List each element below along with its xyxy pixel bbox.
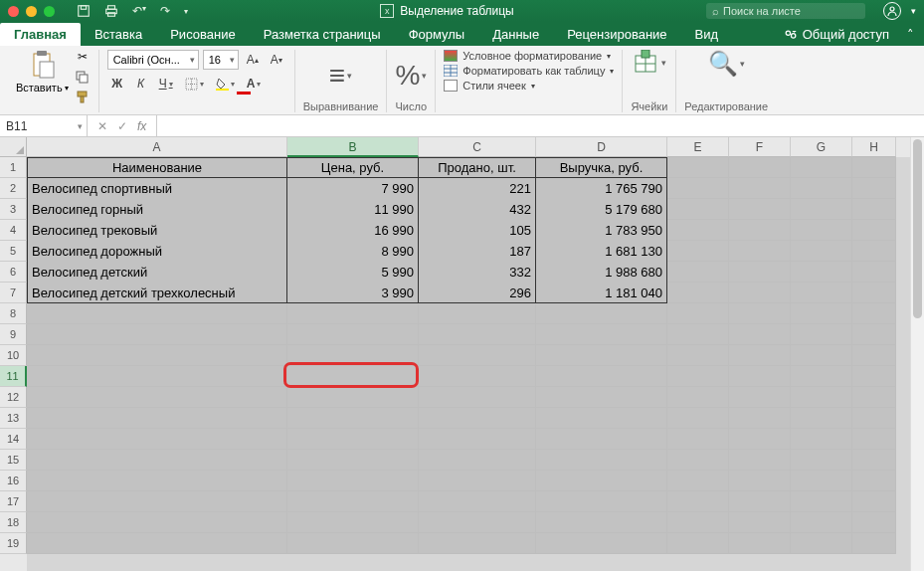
paste-button[interactable]: Вставить▾ xyxy=(16,50,69,103)
cell-E8[interactable] xyxy=(667,303,729,324)
cell-B13[interactable] xyxy=(287,408,419,429)
enter-formula-icon[interactable]: ✓ xyxy=(117,119,127,133)
cell-C10[interactable] xyxy=(419,345,536,366)
column-header-G[interactable]: G xyxy=(791,137,852,157)
cell-A4[interactable]: Велосипед трековый xyxy=(27,220,287,241)
cell-F14[interactable] xyxy=(729,429,791,450)
cell-C11[interactable] xyxy=(419,366,536,387)
cell-F16[interactable] xyxy=(729,471,791,491)
cell-D15[interactable] xyxy=(536,450,667,471)
row-header-12[interactable]: 12 xyxy=(0,387,27,408)
cell-H16[interactable] xyxy=(852,471,896,491)
cell-D5[interactable]: 1 681 130 xyxy=(536,241,667,262)
cell-B7[interactable]: 3 990 xyxy=(287,283,419,303)
undo-icon[interactable]: ↶ ▾ xyxy=(132,4,146,18)
cell-D2[interactable]: 1 765 790 xyxy=(536,178,667,199)
tab-данные[interactable]: Данные xyxy=(478,23,553,46)
print-icon[interactable] xyxy=(104,4,118,18)
cell-E4[interactable] xyxy=(667,220,729,241)
format-as-table-button[interactable]: Форматировать как таблицу▾ xyxy=(444,65,614,77)
tab-рисование[interactable]: Рисование xyxy=(156,23,249,46)
cell-E14[interactable] xyxy=(667,429,729,450)
cell-F5[interactable] xyxy=(729,241,791,262)
name-box[interactable]: B11 xyxy=(0,115,88,136)
cell-styles-button[interactable]: Стили ячеек▾ xyxy=(444,80,614,92)
cell-C1[interactable]: Продано, шт. xyxy=(419,157,536,178)
cell-H11[interactable] xyxy=(852,366,896,387)
cell-D4[interactable]: 1 783 950 xyxy=(536,220,667,241)
row-header-19[interactable]: 19 xyxy=(0,533,27,554)
cell-D19[interactable] xyxy=(536,533,667,554)
cell-G4[interactable] xyxy=(791,220,852,241)
row-header-14[interactable]: 14 xyxy=(0,429,27,450)
cell-C15[interactable] xyxy=(419,450,536,471)
row-header-18[interactable]: 18 xyxy=(0,512,27,533)
cell-H13[interactable] xyxy=(852,408,896,429)
cell-B16[interactable] xyxy=(287,471,419,491)
cell-C3[interactable]: 432 xyxy=(419,199,536,220)
cell-D13[interactable] xyxy=(536,408,667,429)
cell-H10[interactable] xyxy=(852,345,896,366)
cell-F8[interactable] xyxy=(729,303,791,324)
cell-H14[interactable] xyxy=(852,429,896,450)
cell-E11[interactable] xyxy=(667,366,729,387)
cell-H18[interactable] xyxy=(852,512,896,533)
font-size-select[interactable]: 16 xyxy=(203,50,239,70)
cell-D9[interactable] xyxy=(536,324,667,345)
cell-C12[interactable] xyxy=(419,387,536,408)
column-header-F[interactable]: F xyxy=(729,137,791,157)
cell-F19[interactable] xyxy=(729,533,791,554)
zoom-window-button[interactable] xyxy=(44,6,55,17)
cell-B9[interactable] xyxy=(287,324,419,345)
row-header-15[interactable]: 15 xyxy=(0,450,27,471)
cell-D11[interactable] xyxy=(536,366,667,387)
cell-E6[interactable] xyxy=(667,262,729,283)
cell-F7[interactable] xyxy=(729,283,791,303)
cell-A11[interactable] xyxy=(27,366,287,387)
cells-icon[interactable] xyxy=(632,50,659,76)
cell-H8[interactable] xyxy=(852,303,896,324)
cell-F2[interactable] xyxy=(729,178,791,199)
cell-G12[interactable] xyxy=(791,387,852,408)
cell-A3[interactable]: Велосипед горный xyxy=(27,199,287,220)
cell-A18[interactable] xyxy=(27,512,287,533)
tab-вид[interactable]: Вид xyxy=(681,23,733,46)
cell-F4[interactable] xyxy=(729,220,791,241)
cell-H7[interactable] xyxy=(852,283,896,303)
cell-A5[interactable]: Велосипед дорожный xyxy=(27,241,287,262)
cell-E10[interactable] xyxy=(667,345,729,366)
cell-F13[interactable] xyxy=(729,408,791,429)
cell-E7[interactable] xyxy=(667,283,729,303)
cell-F18[interactable] xyxy=(729,512,791,533)
font-color-button[interactable]: A▾ xyxy=(243,74,266,94)
cell-C16[interactable] xyxy=(419,471,536,491)
fill-color-button[interactable]: ▾ xyxy=(212,74,239,94)
tab-формулы[interactable]: Формулы xyxy=(395,23,479,46)
cell-G6[interactable] xyxy=(791,262,852,283)
tab-вставка[interactable]: Вставка xyxy=(81,23,156,46)
cell-D10[interactable] xyxy=(536,345,667,366)
cell-A8[interactable] xyxy=(27,303,287,324)
cell-G10[interactable] xyxy=(791,345,852,366)
scrollbar-thumb[interactable] xyxy=(913,139,922,318)
column-header-C[interactable]: C xyxy=(419,137,536,157)
cells-area[interactable]: НаименованиеЦена, руб.Продано, шт.Выручк… xyxy=(27,157,910,571)
cell-E3[interactable] xyxy=(667,199,729,220)
cell-H2[interactable] xyxy=(852,178,896,199)
cell-A1[interactable]: Наименование xyxy=(27,157,287,178)
copy-icon[interactable] xyxy=(75,70,91,84)
cell-B14[interactable] xyxy=(287,429,419,450)
cell-B15[interactable] xyxy=(287,450,419,471)
row-header-5[interactable]: 5 xyxy=(0,241,27,262)
cell-F11[interactable] xyxy=(729,366,791,387)
cut-icon[interactable]: ✂ xyxy=(75,50,91,64)
cell-G17[interactable] xyxy=(791,491,852,512)
cell-C19[interactable] xyxy=(419,533,536,554)
cell-D18[interactable] xyxy=(536,512,667,533)
cell-C5[interactable]: 187 xyxy=(419,241,536,262)
cell-E1[interactable] xyxy=(667,157,729,178)
cell-B10[interactable] xyxy=(287,345,419,366)
cell-D14[interactable] xyxy=(536,429,667,450)
cell-H15[interactable] xyxy=(852,450,896,471)
cell-B18[interactable] xyxy=(287,512,419,533)
